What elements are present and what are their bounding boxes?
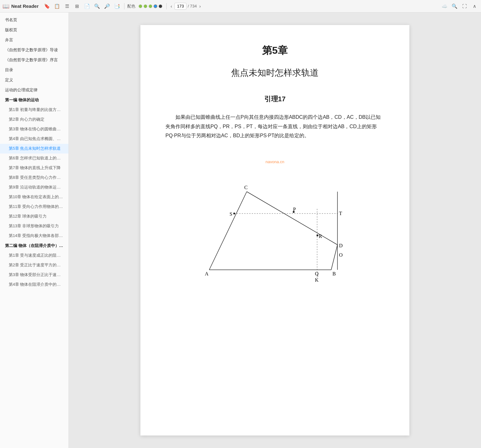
- sidebar-item-ch1[interactable]: 第1章 初量与终量的比值方法，…: [0, 105, 68, 115]
- color-dot-3[interactable]: [149, 4, 152, 8]
- color-dots: [139, 4, 162, 8]
- sidebar-item-copyright[interactable]: 版权页: [0, 25, 68, 35]
- search2-icon[interactable]: 🔎: [103, 2, 111, 10]
- label-B: B: [332, 271, 336, 276]
- app-title: Neat Reader: [11, 3, 39, 9]
- sidebar: 书名页 版权页 弁言 《自然哲学之数学原理》导读 《自然哲学之数学原理》序言 目…: [0, 13, 69, 448]
- chapter-number: 第5章: [165, 44, 384, 58]
- side-BD: [331, 245, 337, 270]
- sidebar-item-toc[interactable]: 目录: [0, 65, 68, 75]
- app-brand: 📖 Neat Reader: [3, 3, 39, 10]
- prev-page-button[interactable]: ‹: [170, 3, 174, 9]
- sidebar-item-ch5[interactable]: 第5章 焦点未知时怎样求轨道: [0, 144, 68, 154]
- side-CA: [209, 192, 247, 270]
- point-R: [316, 234, 318, 236]
- sidebar-item-ch12[interactable]: 第12章 球体的吸引力: [0, 212, 68, 221]
- sidebar-item-ch6[interactable]: 第6章 怎样求已知轨道上的运动: [0, 154, 68, 163]
- label-A: A: [205, 271, 209, 276]
- label-D: D: [339, 243, 343, 248]
- sidebar-item-vol2-ch3[interactable]: 第3章 物体受部分正比于速度部…: [0, 270, 68, 280]
- theme-label: 配色: [127, 3, 135, 9]
- main-content: 第5章 焦点未知时怎样求轨道 引理17 如果由已知圆锥曲线上任一点P向其任意内接…: [69, 13, 481, 448]
- sidebar-item-ch10[interactable]: 第10章 物体在给定表面上的运…: [0, 192, 68, 202]
- color-dot-2[interactable]: [144, 4, 147, 8]
- cloud-icon[interactable]: ☁️: [440, 2, 448, 10]
- color-dot-4[interactable]: [154, 4, 157, 8]
- sidebar-item-preface[interactable]: 弁言: [0, 35, 68, 45]
- sidebar-item-ch4[interactable]: 第4章 由已知焦点求椭圆、抛物…: [0, 134, 68, 144]
- next-page-button[interactable]: ›: [198, 3, 202, 9]
- label-C: C: [244, 185, 248, 190]
- color-dot-5[interactable]: [159, 4, 162, 8]
- search-icon[interactable]: 🔍: [93, 2, 101, 10]
- book-page: 第5章 焦点未知时怎样求轨道 引理17 如果由已知圆锥曲线上任一点P向其任意内接…: [140, 25, 409, 435]
- label-R: R: [319, 234, 322, 239]
- sidebar-item-ch8[interactable]: 第8章 受任意类型向心力作用的…: [0, 173, 68, 183]
- label-Q: Q: [315, 271, 319, 276]
- content-paragraph: 如果由已知圆锥曲线上任一点P向其任意内接四边形ABDC的四个边AB，CD，AC，…: [165, 113, 384, 140]
- sidebar-item-ch2[interactable]: 第2章 向心力的确定: [0, 115, 68, 124]
- sidebar-item-book-title[interactable]: 书名页: [0, 15, 68, 25]
- figure-container: C T P S R D O B Q K A: [165, 148, 384, 282]
- page-total-label: / 734: [188, 4, 197, 8]
- separator-2: [166, 3, 167, 9]
- lemma-title: 引理17: [165, 94, 384, 104]
- sidebar-item-ch13[interactable]: 第13章 非球形物体的吸引力: [0, 221, 68, 231]
- label-S: S: [230, 211, 232, 217]
- sidebar-item-vol2-ch4[interactable]: 第4章 物体在阻滞介质中的圆运…: [0, 280, 68, 289]
- side-DC: [247, 192, 337, 245]
- document-icon[interactable]: 📄: [83, 2, 91, 10]
- color-dot-1[interactable]: [139, 4, 142, 8]
- collapse-icon[interactable]: ∧: [470, 2, 478, 10]
- sidebar-item-vol2-ch2[interactable]: 第2章 受正比于速度平方的阻力…: [0, 260, 68, 270]
- figure-svg: C T P S R D O B Q K A: [194, 148, 356, 282]
- copy-icon[interactable]: 📋: [53, 2, 61, 10]
- menu-icon[interactable]: ☰: [63, 2, 71, 10]
- page-number-input[interactable]: 173: [175, 3, 186, 10]
- fullscreen-icon[interactable]: ⛶: [460, 2, 468, 10]
- bookmark-icon[interactable]: 🔖: [43, 2, 51, 10]
- label-O: O: [339, 252, 343, 258]
- point-S: [233, 213, 235, 214]
- search-right-icon[interactable]: 🔍: [450, 2, 458, 10]
- watermark: navona.cn: [266, 159, 284, 164]
- toolbar: 📖 Neat Reader 🔖 📋 ☰ ⊞ 📄 🔍 🔎 📑 配色 ‹ 173 /…: [0, 0, 481, 13]
- sidebar-item-ch7[interactable]: 第7章 物体的直线上升或下降: [0, 163, 68, 173]
- page-navigation: ‹ 173 / 734 ›: [170, 3, 202, 10]
- chapter-title: 焦点未知时怎样求轨道: [165, 67, 384, 79]
- sidebar-item-guide[interactable]: 《自然哲学之数学原理》导读: [0, 45, 68, 55]
- sidebar-item-ch3[interactable]: 第3章 物体在情心的圆锥曲线上…: [0, 124, 68, 134]
- sidebar-item-vol2-ch1[interactable]: 第1章 受与速度成正比的阻力作…: [0, 251, 68, 260]
- label-K: K: [315, 277, 319, 282]
- point-P: [293, 211, 295, 213]
- sidebar-item-ch14[interactable]: 第14章 受指向极大物体各部分…: [0, 231, 68, 241]
- toc-icon[interactable]: 📑: [113, 2, 121, 10]
- app-icon: 📖: [3, 3, 9, 10]
- grid-icon[interactable]: ⊞: [73, 2, 81, 10]
- sidebar-item-foreword[interactable]: 《自然哲学之数学原理》序言: [0, 55, 68, 65]
- label-T: T: [339, 211, 342, 216]
- sidebar-section-vol1[interactable]: 第一编 物体的运动: [0, 95, 68, 105]
- sidebar-section-vol2[interactable]: 第二编 物体（在阻滞介质中）的运动: [0, 241, 68, 251]
- separator-1: [124, 3, 124, 9]
- sidebar-item-definitions[interactable]: 定义: [0, 75, 68, 85]
- sidebar-item-ch9[interactable]: 第9章 沿运动轨道的物体运动；…: [0, 183, 68, 192]
- sidebar-item-ch11[interactable]: 第11章 受向心力作用物体的相…: [0, 202, 68, 212]
- sidebar-item-laws[interactable]: 运动的公理或定律: [0, 85, 68, 95]
